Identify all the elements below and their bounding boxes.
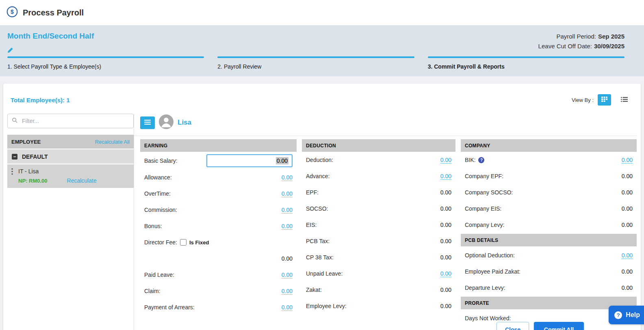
director-fee-row: Director Fee: Is Fixed [140,234,297,250]
payroll-card: Total Employee(s): 1 View By : [3,84,641,330]
collapse-group-icon[interactable]: − [12,154,17,160]
basic-salary-row: Basic Salary: 0.00 [140,152,297,169]
detail-employee-name: Lisa [178,119,191,127]
bonus-value-link[interactable]: 0.00 [282,223,293,230]
company-levy-value: 0.00 [622,222,633,228]
list-view-button[interactable] [618,96,630,104]
employee-paid-zakat-value: 0.00 [622,268,633,275]
employee-row-lisa[interactable]: IT - Lisa NP: RM0.00 Recalculate [7,164,134,188]
director-fee-is-fixed-checkbox[interactable] [180,239,186,246]
commission-label: Commission: [144,207,177,213]
payroll-type-block: Month End/Second Half [7,32,94,55]
cp38-tax-label: CP 38 Tax: [306,254,334,261]
bik-help-icon[interactable]: ? [478,157,484,163]
kebab-menu-icon[interactable] [11,168,13,184]
departure-levy-label: Departure Levy: [465,285,505,291]
company-epf-value: 0.00 [622,173,633,179]
epf-label: EPF: [306,189,319,196]
advance-value-link[interactable]: 0.00 [440,173,451,180]
overtime-value-link[interactable]: 0.00 [282,190,293,197]
epf-row: EPF: 0.00 [302,184,455,201]
is-fixed-label: Is Fixed [189,239,209,246]
grid-view-button[interactable] [598,94,611,106]
payment-of-arrears-row: Payment of Arrears: 0.00 [140,299,297,315]
paid-leave-label: Paid Leave: [144,272,174,278]
basic-salary-input[interactable]: 0.00 [206,154,293,167]
deduction-value-link[interactable]: 0.00 [440,157,451,164]
company-epf-label: Company EPF: [465,173,503,179]
payroll-type-title: Month End/Second Half [7,32,94,41]
payment-of-arrears-value-link[interactable]: 0.00 [282,304,293,311]
period-info: Payroll Period:Sep 2025 Leave Cut Off Da… [538,32,624,51]
bik-row: BIK: ? 0.00 [461,152,637,168]
help-button[interactable]: ? Help [609,306,644,324]
step-payroll-review[interactable]: 2. Payroll Review [217,56,414,76]
cp38-tax-value: 0.00 [440,254,451,261]
pcb-tax-row: PCB Tax: 0.00 [302,233,455,249]
zakat-label: Zakat: [306,287,322,293]
page-title: Process Payroll [23,8,84,17]
zakat-row: Zakat: 0.00 [302,282,455,298]
socso-label: SOCSO: [306,205,328,212]
eis-label: EIS: [306,222,317,228]
optional-deduction-value-link[interactable]: 0.00 [622,252,633,259]
hamburger-icon [144,120,151,126]
filter-input[interactable] [21,117,129,125]
optional-deduction-label: Optional Deduction: [465,252,515,259]
zakat-value: 0.00 [440,287,451,293]
paid-leave-row: Paid Leave: 0.00 [140,267,297,283]
director-fee-label: Director Fee: [144,239,177,246]
period-band: Month End/Second Half Payroll Period:Sep… [0,25,644,76]
group-label: DEFAULT [22,153,48,160]
app-header: $ Process Payroll [0,0,644,25]
claim-value-link[interactable]: 0.00 [282,288,293,295]
overtime-row: OverTime: 0.00 [140,185,297,202]
help-question-icon: ? [614,311,622,319]
company-header: COMPANY [461,139,637,152]
deduction-column: DEDUCTION Deduction: 0.00 Advance: 0.00 … [302,139,455,326]
employee-menu-button[interactable] [140,116,155,129]
recalculate-all-link[interactable]: Recalculate All [95,139,130,145]
svg-text:$: $ [11,9,14,15]
unpaid-leave-value-link[interactable]: 0.00 [440,270,451,277]
pcb-details-header: PCB DETAILS [461,234,637,246]
view-by-label: View By : [572,97,594,103]
payroll-period-value: Sep 2025 [598,33,624,40]
step-commit-payroll[interactable]: 3. Commit Payroll & Reports [428,56,624,76]
earning-header: EARNING [140,139,297,152]
employee-group-default[interactable]: − DEFAULT [7,149,134,164]
employee-panel: EMPLOYEE Recalculate All − DEFAULT IT - … [7,114,134,330]
bik-value-link[interactable]: 0.00 [622,157,633,164]
company-levy-label: Company Levy: [465,222,504,228]
footer-actions: Close Commit All [497,322,584,330]
unpaid-leave-label: Unpaid Leave: [306,270,343,277]
basic-salary-label: Basic Salary: [144,157,178,164]
company-eis-row: Company EIS: 0.00 [461,201,637,217]
allowance-value-link[interactable]: 0.00 [282,174,293,181]
step-3-label: 3. Commit Payroll & Reports [428,58,624,76]
pcb-tax-label: PCB Tax: [306,238,330,244]
leave-cutoff-line: Leave Cut Off Date:30/09/2025 [538,41,624,51]
payment-of-arrears-label: Payment of Arrears: [144,304,195,311]
company-eis-label: Company EIS: [465,205,501,212]
epf-value: 0.00 [440,189,451,196]
recalculate-link[interactable]: Recalculate [67,177,97,184]
unpaid-leave-row: Unpaid Leave: 0.00 [302,265,455,282]
eis-value: 0.00 [440,222,451,228]
avatar [159,114,173,131]
wizard-steps: 1. Select Payroll Type & Employee(s) 2. … [7,56,624,76]
step-select-payroll-type[interactable]: 1. Select Payroll Type & Employee(s) [7,56,204,76]
optional-deduction-row: Optional Deduction: 0.00 [461,247,637,263]
paid-leave-value-link[interactable]: 0.00 [282,272,293,278]
commit-all-button[interactable]: Commit All [534,322,584,330]
socso-row: SOCSO: 0.00 [302,201,455,217]
commission-value-link[interactable]: 0.00 [282,207,293,214]
advance-label: Advance: [306,173,330,179]
departure-levy-value: 0.00 [622,285,633,291]
edit-payroll-type-icon[interactable] [7,47,13,55]
company-epf-row: Company EPF: 0.00 [461,168,637,184]
leave-cutoff-value: 30/09/2025 [594,43,624,50]
close-button[interactable]: Close [497,322,529,330]
employee-name: IT - Lisa [18,168,97,175]
company-levy-row: Company Levy: 0.00 [461,217,637,233]
